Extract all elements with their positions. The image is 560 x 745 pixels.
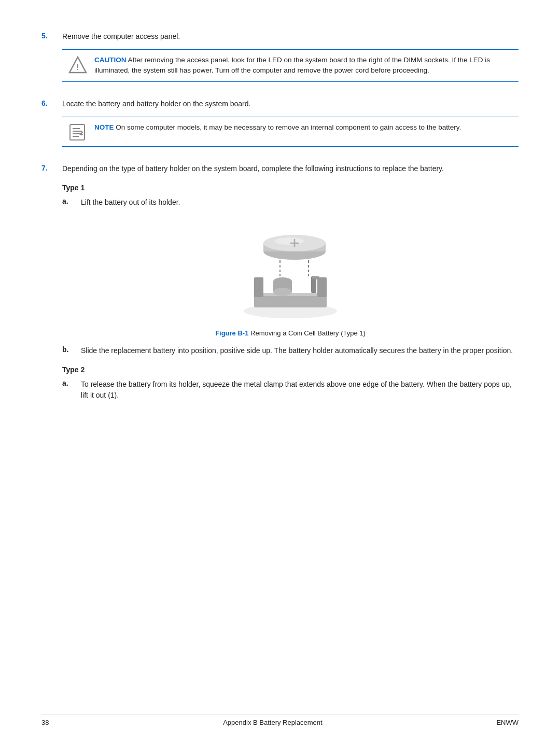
caution-label: CAUTION	[94, 56, 127, 64]
step-7: 7. Depending on the type of battery hold…	[41, 163, 519, 406]
step-5-number: 5.	[41, 31, 62, 40]
page: 5. Remove the computer access panel. ! C…	[0, 0, 560, 745]
type2-step-a-text: To release the battery from its holder, …	[81, 379, 519, 401]
note-label: NOTE	[94, 123, 114, 131]
svg-point-24	[275, 237, 304, 245]
figure-b1-caption: Figure B-1 Removing a Coin Cell Battery …	[215, 329, 366, 337]
note-body: On some computer models, it may be neces…	[116, 123, 461, 131]
type2-step-a: a. To release the battery from its holde…	[62, 379, 519, 401]
footer-page-number: 38	[41, 719, 49, 726]
footer-title: Appendix B Battery Replacement	[223, 719, 323, 726]
type1-step-a-text: Lift the battery out of its holder.	[81, 197, 519, 208]
step-6-content: Locate the battery and battery holder on…	[62, 99, 519, 154]
step-5: 5. Remove the computer access panel. ! C…	[41, 31, 519, 89]
step-7-number: 7.	[41, 163, 62, 172]
caution-icon: !	[68, 55, 87, 74]
note-box: NOTE On some computer models, it may be …	[62, 117, 519, 147]
caution-body: After removing the access panel, look fo…	[94, 56, 490, 74]
note-text: NOTE On some computer models, it may be …	[94, 122, 512, 133]
step-6-number: 6.	[41, 99, 62, 107]
footer: 38 Appendix B Battery Replacement ENWW	[41, 714, 519, 726]
svg-rect-13	[317, 277, 327, 297]
caution-text: CAUTION After removing the access panel,…	[94, 55, 512, 76]
battery-diagram	[223, 220, 358, 324]
type1-step-b-letter: b.	[62, 345, 81, 354]
type1-step-a: a. Lift the battery out of its holder.	[62, 197, 519, 208]
step-7-text: Depending on the type of battery holder …	[62, 163, 519, 174]
figure-b1-rest: Removing a Coin Cell Battery (Type 1)	[248, 329, 365, 337]
type1-step-b-text: Slide the replacement battery into posit…	[81, 345, 519, 356]
type1-label: Type 1	[62, 184, 519, 192]
step-7-content: Depending on the type of battery holder …	[62, 163, 519, 406]
footer-region: ENWW	[496, 719, 519, 726]
step-6: 6. Locate the battery and battery holder…	[41, 99, 519, 154]
figure-b1-area: Figure B-1 Removing a Coin Cell Battery …	[62, 220, 519, 337]
figure-b1-label: Figure B-1	[215, 329, 248, 337]
note-icon	[68, 122, 87, 141]
step-6-text: Locate the battery and battery holder on…	[62, 99, 519, 109]
svg-rect-18	[312, 276, 319, 279]
svg-text:!: !	[76, 63, 79, 72]
caution-box: ! CAUTION After removing the access pane…	[62, 49, 519, 82]
type2-label: Type 2	[62, 366, 519, 374]
step-5-text: Remove the computer access panel.	[62, 31, 519, 42]
type1-step-b: b. Slide the replacement battery into po…	[62, 345, 519, 356]
svg-point-16	[273, 288, 292, 296]
svg-rect-12	[254, 277, 263, 297]
type2-step-a-letter: a.	[62, 379, 81, 387]
type1-step-a-letter: a.	[62, 197, 81, 205]
step-5-content: Remove the computer access panel. ! CAUT…	[62, 31, 519, 89]
